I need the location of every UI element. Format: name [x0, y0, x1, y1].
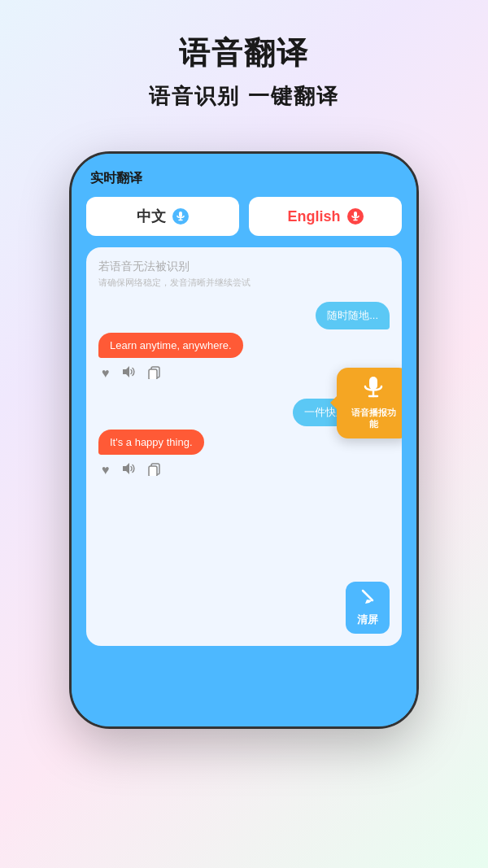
heart-icon-2[interactable]: ♥: [102, 463, 110, 478]
heart-icon-1[interactable]: ♥: [102, 366, 110, 381]
msg1-left: Learn anytime, anywhere.: [98, 333, 243, 358]
volume-icon-2[interactable]: [121, 462, 136, 478]
copy-icon-1[interactable]: [147, 364, 162, 382]
clear-button[interactable]: 清屏: [346, 582, 390, 634]
lang-chinese-label: 中文: [137, 207, 166, 226]
phone-frame: 实时翻译 中文 English: [69, 151, 419, 729]
recognition-hint: 若语音无法被识别: [98, 260, 390, 274]
main-title: 语音翻译: [149, 33, 338, 74]
msg-actions-2: ♥: [98, 458, 390, 486]
tooltip-label: 语音播报功能: [348, 407, 399, 430]
svg-rect-3: [354, 212, 357, 217]
svg-marker-6: [123, 366, 129, 377]
recognition-sub: 请确保网络稳定，发音清晰并继续尝试: [98, 277, 390, 289]
mic-icon-english: [347, 208, 364, 225]
svg-line-16: [363, 591, 365, 593]
lang-selector-row: 中文 English: [86, 197, 402, 236]
svg-rect-12: [369, 377, 377, 390]
app-title-bar: 实时翻译: [86, 170, 402, 197]
page-header: 语音翻译 语音识别 一键翻译: [133, 0, 355, 127]
copy-icon-2[interactable]: [147, 461, 162, 479]
tooltip-arrow: [330, 396, 337, 409]
svg-rect-8: [149, 369, 157, 379]
lang-btn-chinese[interactable]: 中文: [86, 197, 239, 236]
lang-btn-english[interactable]: English: [249, 197, 402, 236]
phone-wrapper: 实时翻译 中文 English: [69, 151, 419, 729]
svg-marker-9: [123, 463, 129, 474]
tooltip-bubble: 语音播报功能: [337, 368, 402, 438]
msg1-right: 随时随地...: [316, 302, 390, 329]
svg-rect-0: [179, 212, 182, 217]
clear-btn-label: 清屏: [357, 613, 378, 627]
msg2-left: It's a happy thing.: [98, 430, 204, 455]
sub-title: 语音识别 一键翻译: [149, 82, 338, 111]
lang-english-label: English: [287, 208, 340, 225]
mic-icon-chinese: [172, 208, 189, 225]
svg-rect-11: [149, 466, 157, 476]
volume-icon-1[interactable]: [121, 365, 136, 382]
broom-icon: [359, 588, 377, 610]
chat-area: 若语音无法被识别 请确保网络稳定，发音清晰并继续尝试 随时随地... Learn…: [86, 247, 402, 646]
tooltip-mic-icon: [348, 376, 399, 403]
phone-inner: 实时翻译 中文 English: [72, 154, 416, 726]
